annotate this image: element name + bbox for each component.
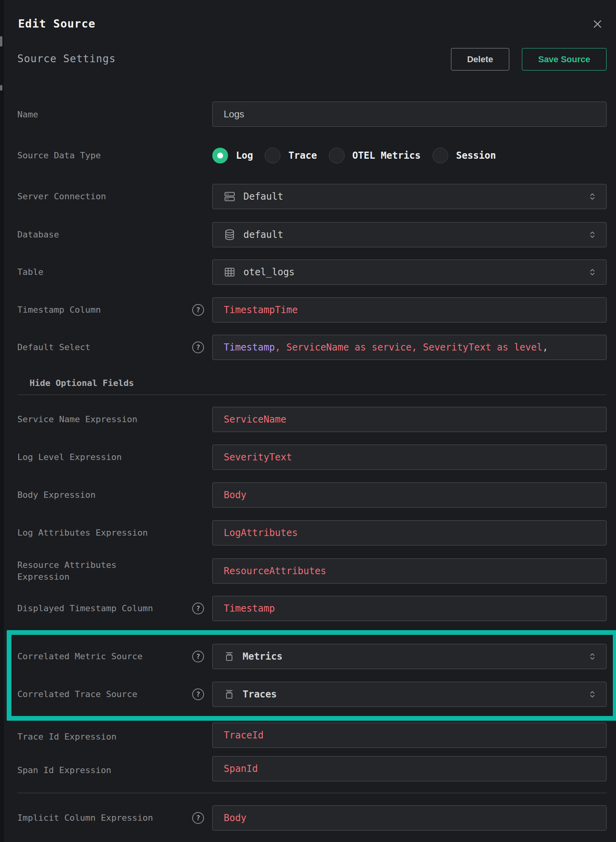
- log-level-expression-input[interactable]: SeverityText: [212, 445, 607, 470]
- body-expression-label: Body Expression: [17, 489, 187, 501]
- edit-source-modal: Edit Source Source Settings Delete Save …: [4, 0, 616, 842]
- section-divider: [17, 793, 607, 793]
- name-value: Logs: [224, 109, 244, 120]
- service-name-expression-value: ServiceName: [224, 414, 286, 425]
- default-select-label: Default Select: [17, 341, 187, 353]
- default-select-value: Timestamp, ServiceName as service, Sever…: [224, 342, 548, 353]
- correlated-trace-source-label: Correlated Trace Source: [17, 688, 187, 700]
- database-select[interactable]: default: [212, 222, 607, 247]
- body-expression-input[interactable]: Body: [212, 482, 607, 508]
- database-label: Database: [17, 229, 187, 241]
- resource-attributes-expression-input[interactable]: ResourceAttributes: [212, 558, 607, 584]
- correlated-metric-source-label: Correlated Metric Source: [17, 651, 187, 662]
- name-label: Name: [17, 109, 187, 121]
- service-name-expression-input[interactable]: ServiceName: [212, 407, 607, 432]
- implicit-column-expression-label: Implicit Column Expression: [17, 812, 187, 824]
- timestamp-column-input[interactable]: TimestampTime: [212, 297, 607, 323]
- server-connection-select[interactable]: Default: [212, 184, 607, 209]
- table-icon: [224, 266, 236, 278]
- implicit-column-expression-input[interactable]: Body: [212, 805, 607, 831]
- server-connection-label: Server Connection: [17, 191, 187, 202]
- delete-button[interactable]: Delete: [451, 48, 509, 70]
- span-id-expression-input[interactable]: SpanId: [212, 756, 607, 781]
- chevron-updown-icon: [587, 689, 597, 699]
- help-icon[interactable]: ?: [192, 812, 204, 824]
- hide-optional-fields-toggle[interactable]: Hide Optional Fields: [30, 378, 134, 388]
- trace-id-expression-value: TraceId: [224, 730, 263, 741]
- table-value: otel_logs: [243, 267, 295, 278]
- radio-icon: [432, 148, 448, 163]
- default-select-input[interactable]: Timestamp, ServiceName as service, Sever…: [212, 335, 607, 360]
- chevron-updown-icon: [587, 191, 597, 202]
- radio-label: Log: [236, 150, 253, 161]
- table-label: Table: [17, 266, 187, 278]
- help-icon[interactable]: ?: [192, 688, 204, 700]
- chevron-updown-icon: [587, 267, 597, 277]
- help-icon[interactable]: ?: [192, 651, 204, 662]
- modal-title: Edit Source: [18, 17, 95, 30]
- page-background-edge: [0, 0, 4, 842]
- container-icon: [224, 651, 235, 662]
- displayed-timestamp-column-value: Timestamp: [224, 603, 275, 614]
- help-icon[interactable]: ?: [192, 603, 204, 614]
- trace-id-expression-label: Trace Id Expression: [17, 731, 187, 743]
- span-id-expression-label: Span Id Expression: [17, 764, 187, 776]
- radio-option-session[interactable]: Session: [432, 148, 496, 163]
- close-icon[interactable]: [591, 17, 604, 31]
- source-data-type-label: Source Data Type: [17, 150, 187, 161]
- radio-icon: [329, 148, 345, 163]
- timestamp-column-label: Timestamp Column: [17, 304, 187, 316]
- background-fragment: [0, 36, 2, 46]
- correlated-trace-source-select[interactable]: Traces: [212, 682, 607, 707]
- log-attributes-expression-input[interactable]: LogAttributes: [212, 520, 607, 545]
- log-level-expression-label: Log Level Expression: [17, 451, 187, 463]
- correlated-trace-source-value: Traces: [243, 689, 277, 700]
- radio-icon: [212, 148, 228, 163]
- source-data-type-radio-group: Log Trace OTEL Metrics Session: [212, 148, 496, 163]
- correlated-metric-source-select[interactable]: Metrics: [212, 644, 607, 669]
- correlated-metric-source-value: Metrics: [243, 651, 282, 662]
- span-id-expression-value: SpanId: [224, 763, 258, 774]
- server-icon: [224, 191, 236, 202]
- service-name-expression-label: Service Name Expression: [17, 414, 187, 425]
- database-value: default: [243, 229, 283, 240]
- body-expression-value: Body: [224, 490, 247, 501]
- resource-attributes-expression-label: Resource Attributes Expression: [17, 559, 151, 583]
- help-icon[interactable]: ?: [192, 341, 204, 353]
- radio-icon: [265, 148, 280, 163]
- background-fragment: [0, 85, 2, 91]
- displayed-timestamp-column-input[interactable]: Timestamp: [212, 596, 607, 621]
- timestamp-column-value: TimestampTime: [224, 304, 298, 315]
- sql-keyword-segment: Timestamp: [224, 342, 275, 353]
- log-attributes-expression-value: LogAttributes: [224, 527, 298, 538]
- container-icon: [224, 689, 235, 700]
- save-source-button[interactable]: Save Source: [522, 48, 607, 70]
- radio-option-log[interactable]: Log: [212, 148, 253, 163]
- server-connection-value: Default: [243, 191, 283, 202]
- chevron-updown-icon: [587, 230, 597, 240]
- name-input[interactable]: Logs: [212, 102, 607, 127]
- trace-id-expression-input[interactable]: TraceId: [212, 723, 607, 748]
- radio-label: Trace: [288, 150, 317, 161]
- help-icon[interactable]: ?: [192, 304, 204, 316]
- log-level-expression-value: SeverityText: [224, 452, 292, 463]
- radio-option-otel-metrics[interactable]: OTEL Metrics: [329, 148, 421, 163]
- implicit-column-expression-value: Body: [224, 812, 247, 823]
- sql-expression-segment: , ServiceName as service, SeverityText a…: [275, 342, 542, 353]
- radio-option-trace[interactable]: Trace: [265, 148, 317, 163]
- database-icon: [224, 229, 236, 241]
- radio-label: OTEL Metrics: [353, 150, 421, 161]
- sql-comma-segment: ,: [542, 342, 548, 353]
- log-attributes-expression-label: Log Attributes Expression: [17, 527, 187, 539]
- chevron-updown-icon: [587, 651, 597, 662]
- resource-attributes-expression-value: ResourceAttributes: [224, 566, 326, 577]
- section-divider: [17, 395, 607, 395]
- displayed-timestamp-column-label: Displayed Timestamp Column: [17, 603, 187, 614]
- radio-label: Session: [456, 150, 496, 161]
- section-title: Source Settings: [17, 53, 116, 65]
- table-select[interactable]: otel_logs: [212, 260, 607, 285]
